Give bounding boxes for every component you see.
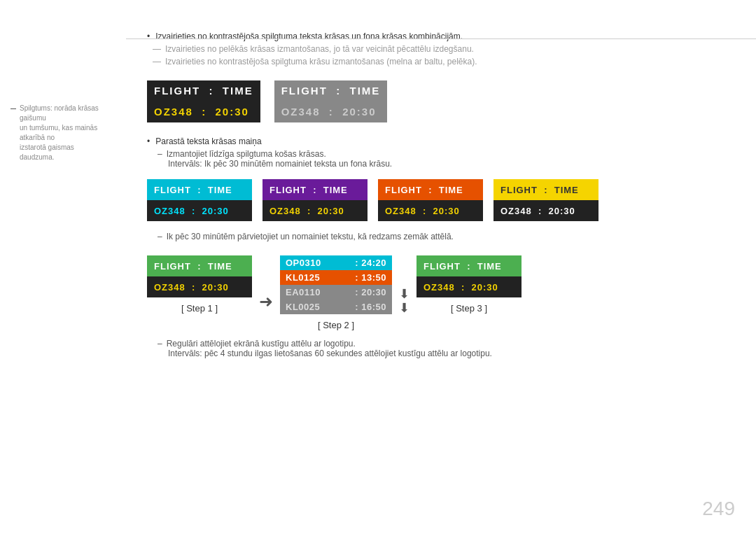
flight-display-dark-header: FLIGHT : TIME [147, 80, 260, 101]
bullet-list-top: Izvairieties no kontrastējoša spilgtuma … [147, 31, 728, 66]
step1-header: FLIGHT : TIME [147, 255, 252, 276]
step1-body: OZ348 : 20:30 [147, 276, 252, 297]
step3-header: FLIGHT : TIME [416, 255, 522, 276]
sidebar-line [10, 108, 16, 109]
double-arrow: ⬇ ⬇ [399, 288, 410, 314]
step3-label: [ Step 3 ] [451, 303, 487, 314]
step3-body: OZ348 : 20:30 [416, 276, 522, 297]
bottom-note-2: Intervāls: pēc 4 stundu ilgas lietošanas… [147, 349, 728, 358]
flight-display-cyan-header: FLIGHT : TIME [147, 179, 252, 200]
section2-sub: Intervāls: Ik pēc 30 minūtēm nomainiet t… [147, 159, 728, 169]
step3-display: FLIGHT : TIME OZ348 : 20:30 [416, 255, 522, 297]
step2-item: OP0310 : 24:20 KL0125 : 13:50 EA0110 : 2… [280, 255, 392, 330]
bullet-dash-2: Izvairieties no kontrastējoša spilgtuma … [147, 57, 728, 66]
section2-dash1: Izmantojiet līdzīga spilgtuma košas krās… [147, 149, 728, 159]
page-container: Spilgtums: norāda krāsas gaišumu un tumš… [0, 0, 756, 534]
main-content: Izvairieties no kontrastējoša spilgtuma … [126, 0, 756, 534]
step2-row4: KL0025 : 16:50 [280, 300, 392, 314]
step2-display: OP0310 : 24:20 KL0125 : 13:50 EA0110 : 2… [280, 255, 392, 314]
flight-display-yellow: FLIGHT : TIME OZ348 : 20:30 [493, 179, 598, 221]
page-number: 249 [702, 498, 735, 520]
section2-bullet: Parastā teksta krāsas maiņa [147, 136, 728, 146]
flight-display-orange-body: OZ348 : 20:30 [378, 200, 483, 221]
flight-display-cyan: FLIGHT : TIME OZ348 : 20:30 [147, 179, 252, 221]
flight-display-purple-body: OZ348 : 20:30 [262, 200, 368, 221]
flight-display-dark: FLIGHT : TIME OZ348 : 20:30 [147, 80, 260, 122]
flight-display-gray-header: FLIGHT : TIME [274, 80, 388, 101]
arrow-right-1: ➜ [259, 292, 273, 311]
flight-display-cyan-body: OZ348 : 20:30 [147, 200, 252, 221]
step1-label: [ Step 1 ] [181, 303, 218, 314]
flight-display-gray: FLIGHT : TIME OZ348 : 20:30 [274, 80, 388, 122]
flight-display-gray-body: OZ348 : 20:30 [274, 101, 388, 122]
step1-display: FLIGHT : TIME OZ348 : 20:30 [147, 255, 252, 297]
bottom-note-1: Regulāri attēlojiet ekrānā kustīgu attēl… [147, 339, 728, 349]
colored-displays-row: FLIGHT : TIME OZ348 : 20:30 FLIGHT : TIM… [147, 179, 728, 221]
flight-display-yellow-body: OZ348 : 20:30 [493, 200, 598, 221]
bullet-dot-1: Izvairieties no kontrastējoša spilgtuma … [147, 31, 728, 41]
flight-display-purple: FLIGHT : TIME OZ348 : 20:30 [262, 179, 368, 221]
step2-row2: KL0125 : 13:50 [280, 270, 392, 285]
left-sidebar: Spilgtums: norāda krāsas gaišumu un tumš… [0, 0, 126, 534]
step2-label: [ Step 2 ] [318, 320, 354, 330]
flight-display-yellow-header: FLIGHT : TIME [493, 179, 598, 200]
flight-display-purple-header: FLIGHT : TIME [262, 179, 368, 200]
steps-section: FLIGHT : TIME OZ348 : 20:30 [ Step 1 ] ➜… [147, 255, 728, 330]
step1-item: FLIGHT : TIME OZ348 : 20:30 [ Step 1 ] [147, 255, 252, 314]
step2-row3: EA0110 : 20:30 [280, 285, 392, 300]
section2: Parastā teksta krāsas maiņa Izmantojiet … [147, 136, 728, 169]
bullet-dash-1: Izvairieties no pelēkās krāsas izmantoša… [147, 44, 728, 54]
step2-row1: OP0310 : 24:20 [280, 255, 392, 270]
flight-display-dark-body: OZ348 : 20:30 [147, 101, 260, 122]
step3-item: FLIGHT : TIME OZ348 : 20:30 [ Step 3 ] [416, 255, 522, 314]
main-displays-row: FLIGHT : TIME OZ348 : 20:30 FLIGHT : TIM… [147, 80, 728, 122]
top-divider [126, 38, 756, 39]
section3-dash: Ik pēc 30 minūtēm pārvietojiet un nomain… [147, 232, 728, 241]
sidebar-note: Spilgtums: norāda krāsas gaišumu un tumš… [20, 104, 111, 162]
flight-display-orange-header: FLIGHT : TIME [378, 179, 483, 200]
flight-display-orange: FLIGHT : TIME OZ348 : 20:30 [378, 179, 483, 221]
bottom-notes: Regulāri attēlojiet ekrānā kustīgu attēl… [147, 339, 728, 358]
